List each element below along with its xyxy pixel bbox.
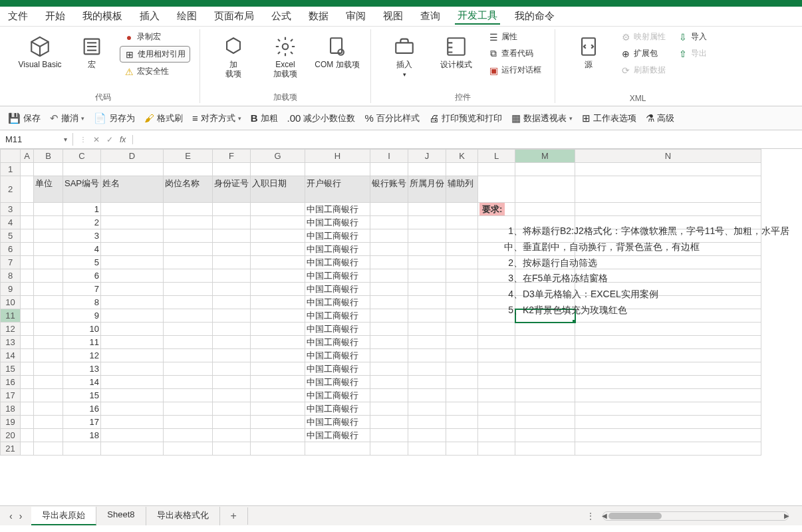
cell-K3[interactable] — [446, 203, 478, 216]
cell-A2[interactable] — [21, 176, 34, 203]
cell-F7[interactable] — [213, 256, 251, 269]
cell-M17[interactable] — [515, 389, 575, 402]
bold-button[interactable]: B加粗 — [251, 112, 278, 124]
cancel-icon[interactable]: ✕ — [93, 135, 100, 144]
dropdown-icon[interactable]: ▾ — [238, 115, 241, 122]
row-header-6[interactable]: 6 — [1, 243, 21, 256]
cell-M2[interactable] — [515, 176, 575, 203]
cell-E11[interactable] — [164, 309, 213, 323]
cell-A8[interactable] — [21, 269, 34, 283]
sheet-nav-prev[interactable]: ‹ — [9, 511, 13, 521]
cell-I2[interactable]: 银行账号 — [370, 176, 408, 203]
cell-B15[interactable] — [34, 362, 63, 376]
cell-K11[interactable] — [446, 309, 478, 323]
cell-C17[interactable]: 15 — [63, 389, 101, 402]
row-header-14[interactable]: 14 — [1, 349, 21, 362]
cell-A3[interactable] — [21, 203, 34, 216]
cell-M1[interactable] — [515, 163, 575, 176]
row-header-21[interactable]: 21 — [1, 442, 21, 456]
use-relative-ref-button[interactable]: ⊞使用相对引用 — [120, 46, 190, 63]
map-properties-button[interactable]: ⚙映射属性 — [616, 29, 670, 45]
format-painter-button[interactable]: 🖌格式刷 — [144, 112, 183, 124]
cell-A5[interactable] — [21, 229, 34, 243]
cell-C19[interactable]: 17 — [63, 416, 101, 429]
cell-E20[interactable] — [164, 429, 213, 442]
cell-J10[interactable] — [408, 296, 446, 309]
cell-J8[interactable] — [408, 269, 446, 283]
cell-H7[interactable]: 中国工商银行 — [305, 256, 370, 269]
cell-N13[interactable] — [575, 336, 761, 349]
visual-basic-button[interactable]: Visual Basic — [16, 29, 64, 73]
cell-B12[interactable] — [34, 323, 63, 336]
cell-M21[interactable] — [515, 442, 575, 456]
cell-A14[interactable] — [21, 349, 34, 362]
menu-tab-绘图[interactable]: 绘图 — [174, 9, 200, 24]
cell-A16[interactable] — [21, 376, 34, 389]
menu-tab-页面布局[interactable]: 页面布局 — [211, 9, 257, 24]
cell-K17[interactable] — [446, 389, 478, 402]
cell-B20[interactable] — [34, 429, 63, 442]
cell-I6[interactable] — [370, 243, 408, 256]
sheet-tab-Sheet8[interactable]: Sheet8 — [96, 507, 146, 525]
cell-A11[interactable] — [21, 309, 34, 323]
cell-D21[interactable] — [101, 442, 164, 456]
cell-I17[interactable] — [370, 389, 408, 402]
excel-addins-button[interactable]: Excel加载项 — [261, 29, 309, 83]
cell-I16[interactable] — [370, 376, 408, 389]
row-header-17[interactable]: 17 — [1, 389, 21, 402]
cell-M19[interactable] — [515, 416, 575, 429]
cell-F5[interactable] — [213, 229, 251, 243]
cell-A15[interactable] — [21, 362, 34, 376]
cell-A7[interactable] — [21, 256, 34, 269]
row-header-3[interactable]: 3 — [1, 203, 21, 216]
cell-K10[interactable] — [446, 296, 478, 309]
cell-F13[interactable] — [213, 336, 251, 349]
cell-B14[interactable] — [34, 349, 63, 362]
cell-A17[interactable] — [21, 389, 34, 402]
row-header-19[interactable]: 19 — [1, 416, 21, 429]
cell-H21[interactable] — [305, 442, 370, 456]
cell-J6[interactable] — [408, 243, 446, 256]
cell-K8[interactable] — [446, 269, 478, 283]
cell-H9[interactable]: 中国工商银行 — [305, 283, 370, 296]
cell-D17[interactable] — [101, 389, 164, 402]
cell-B2[interactable]: 单位 — [34, 176, 63, 203]
cell-E6[interactable] — [164, 243, 213, 256]
menu-tab-视图[interactable]: 视图 — [380, 9, 406, 24]
col-header-H[interactable]: H — [305, 150, 370, 163]
cell-L21[interactable] — [478, 442, 515, 456]
cell-F18[interactable] — [213, 402, 251, 416]
cell-D14[interactable] — [101, 349, 164, 362]
cell-K1[interactable] — [446, 163, 478, 176]
cell-A6[interactable] — [21, 243, 34, 256]
cell-F16[interactable] — [213, 376, 251, 389]
cell-E17[interactable] — [164, 389, 213, 402]
row-header-12[interactable]: 12 — [1, 323, 21, 336]
cell-F4[interactable] — [213, 216, 251, 229]
cell-L13[interactable] — [478, 336, 515, 349]
cell-L20[interactable] — [478, 429, 515, 442]
cell-G4[interactable] — [251, 216, 305, 229]
fx-icon[interactable]: fx — [120, 135, 126, 144]
col-header-K[interactable]: K — [446, 150, 478, 163]
cell-G14[interactable] — [251, 349, 305, 362]
row-header-16[interactable]: 16 — [1, 376, 21, 389]
cell-I8[interactable] — [370, 269, 408, 283]
dropdown-icon[interactable]: ▾ — [569, 115, 573, 122]
menu-tab-开始[interactable]: 开始 — [43, 9, 68, 24]
cell-M15[interactable] — [515, 362, 575, 376]
cell-D11[interactable] — [101, 309, 164, 323]
row-header-15[interactable]: 15 — [1, 362, 21, 376]
cell-H19[interactable]: 中国工商银行 — [305, 416, 370, 429]
cell-A9[interactable] — [21, 283, 34, 296]
cell-G11[interactable] — [251, 309, 305, 323]
com-addins-button[interactable]: COM 加载项 — [313, 29, 361, 73]
cell-G8[interactable] — [251, 269, 305, 283]
insert-control-button[interactable]: 插入▾ — [380, 29, 428, 83]
cell-E9[interactable] — [164, 283, 213, 296]
cell-F10[interactable] — [213, 296, 251, 309]
cell-J11[interactable] — [408, 309, 446, 323]
cell-M16[interactable] — [515, 376, 575, 389]
cell-C7[interactable]: 5 — [63, 256, 101, 269]
col-header-E[interactable]: E — [164, 150, 213, 163]
